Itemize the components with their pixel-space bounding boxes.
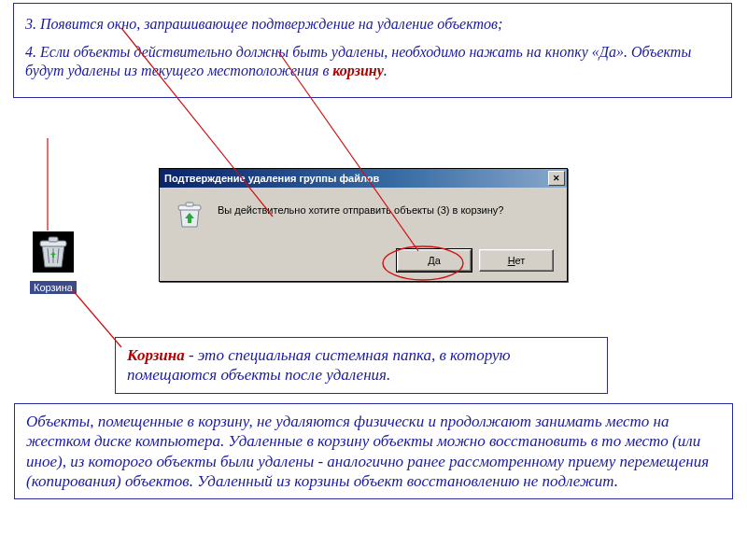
- close-button[interactable]: ✕: [548, 171, 565, 186]
- yes-rest: а: [435, 255, 441, 266]
- no-rest: ет: [515, 255, 526, 266]
- no-hotkey: Н: [508, 255, 515, 266]
- recycle-bin-label: Корзина: [30, 281, 77, 294]
- confirm-delete-dialog: Подтверждение удаления группы файлов ✕ В…: [159, 168, 568, 282]
- dialog-body: Вы действительно хотите отправить объект…: [160, 188, 567, 281]
- step-3-text: 3. Появится окно, запрашивающее подтверж…: [25, 15, 720, 34]
- instruction-box: 3. Появится окно, запрашивающее подтверж…: [13, 3, 732, 98]
- yes-button[interactable]: Да: [397, 249, 472, 272]
- desktop-recycle-bin[interactable]: Корзина: [25, 231, 81, 295]
- step-4-part2: .: [384, 63, 388, 78]
- yes-hotkey: Д: [428, 255, 434, 266]
- step-4-highlight: корзину: [332, 63, 383, 78]
- no-button[interactable]: Нет: [479, 249, 554, 272]
- bottom-paragraph-box: Объекты, помещенные в корзину, не удаляю…: [14, 403, 733, 499]
- recycle-bin-icon: [33, 231, 74, 273]
- dialog-message: Вы действительно хотите отправить объект…: [218, 203, 503, 216]
- svg-rect-2: [49, 237, 58, 242]
- definition-lead: Корзина: [127, 346, 185, 364]
- definition-body: - это специальная системная папка, в кот…: [127, 346, 510, 384]
- svg-rect-4: [186, 203, 193, 206]
- recycle-confirm-icon: [175, 201, 204, 231]
- bottom-paragraph: Объекты, помещенные в корзину, не удаляю…: [26, 413, 709, 490]
- step-4-text: 4. Если объекты действительно должны быт…: [25, 43, 720, 80]
- close-icon: ✕: [553, 175, 560, 183]
- definition-box: Корзина - это специальная системная папк…: [115, 337, 608, 394]
- dialog-titlebar[interactable]: Подтверждение удаления группы файлов ✕: [160, 169, 567, 188]
- dialog-title: Подтверждение удаления группы файлов: [164, 173, 546, 184]
- dialog-button-row: Да Нет: [397, 249, 554, 272]
